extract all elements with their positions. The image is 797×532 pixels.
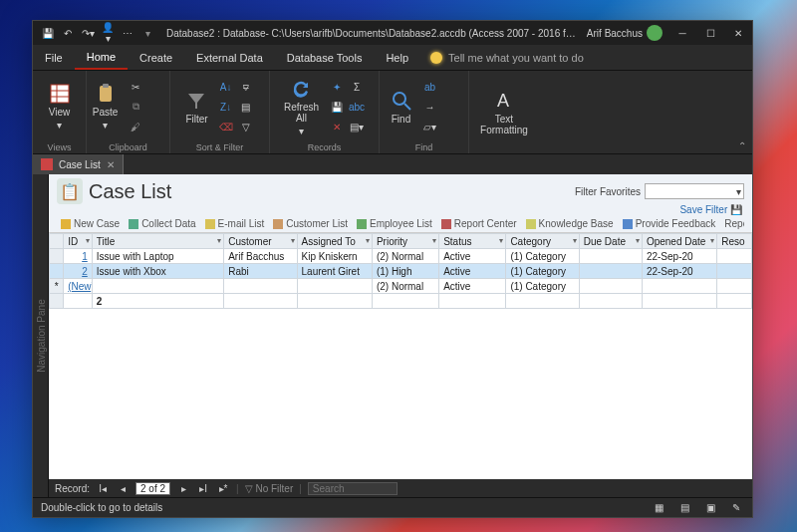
save-record-icon[interactable]: 💾 (329, 99, 345, 115)
link-new-case[interactable]: New Case (57, 217, 124, 230)
cell-id[interactable]: 1 (64, 249, 93, 264)
link-provide-feedback[interactable]: Provide Feedback (619, 217, 720, 230)
record-position[interactable]: 2 of 2 (135, 482, 170, 495)
row-selector-header[interactable] (50, 234, 64, 249)
col-opened-date[interactable]: Opened Date▾ (642, 234, 716, 249)
last-record-button[interactable]: ▸I (196, 483, 210, 494)
cell-title[interactable]: Issue with Laptop (92, 249, 223, 264)
cell-due[interactable] (579, 264, 642, 279)
copy-icon[interactable]: ⧉ (128, 99, 143, 115)
sort-desc-icon[interactable]: Z↓ (218, 99, 234, 115)
cell-category[interactable]: (1) Category (506, 264, 579, 279)
col-resolved[interactable]: Reso (717, 234, 752, 249)
tab-help[interactable]: Help (374, 45, 420, 70)
redo-icon[interactable]: ↷▾ (81, 28, 95, 39)
close-button[interactable]: ✕ (724, 21, 752, 45)
refresh-all-button[interactable]: Refresh All▾ (284, 78, 319, 136)
filter-button[interactable]: Filter (185, 90, 207, 125)
form-view-icon[interactable]: ▦ (651, 502, 666, 513)
table-row[interactable]: 1 Issue with Laptop Arif Bacchus Kip Kni… (50, 249, 752, 264)
tab-home[interactable]: Home (75, 45, 128, 70)
qat-customize-icon[interactable]: ▾ (140, 28, 154, 39)
cell-category[interactable]: (1) Category (506, 249, 579, 264)
link-reports[interactable]: Reports (720, 217, 744, 230)
object-tab-case-list[interactable]: Case List ✕ (33, 154, 124, 174)
link-report-center[interactable]: Report Center (437, 217, 521, 230)
cell-title[interactable]: Issue with Xbox (92, 264, 223, 279)
link-customer-list[interactable]: Customer List (269, 217, 352, 230)
col-title[interactable]: Title▾ (92, 234, 223, 249)
datasheet-grid[interactable]: ID▾ Title▾ Customer▾ Assigned To▾ Priori… (49, 233, 752, 479)
col-id[interactable]: ID▾ (64, 234, 93, 249)
cell-customer[interactable]: Rabi (224, 264, 297, 279)
paste-button[interactable]: Paste▾ (93, 83, 119, 131)
record-search-input[interactable] (308, 482, 398, 495)
col-priority[interactable]: Priority▾ (372, 234, 438, 249)
cell-assigned[interactable]: Laurent Giret (297, 264, 372, 279)
link-collect-data[interactable]: Collect Data (125, 217, 199, 230)
tab-file[interactable]: File (33, 45, 75, 70)
cell-due[interactable] (579, 249, 642, 264)
cell-opened[interactable]: 22-Sep-20 (642, 249, 716, 264)
link-email-list[interactable]: E-mail List (201, 217, 269, 230)
cell-status[interactable]: Active (439, 279, 506, 294)
filter-favorites-combo[interactable]: ▾ (645, 183, 744, 199)
first-record-button[interactable]: I◂ (96, 483, 110, 494)
cell-priority[interactable]: (1) High (372, 264, 438, 279)
cell-id[interactable]: 2 (64, 264, 93, 279)
table-row-new[interactable]: * (New) (2) Normal Active (1) Category (50, 279, 752, 294)
new-record-button[interactable]: ▸* (216, 483, 230, 494)
cut-icon[interactable]: ✂ (128, 79, 143, 95)
row-selector-new[interactable]: * (50, 279, 64, 294)
more-records-icon[interactable]: ▤▾ (349, 119, 365, 134)
text-formatting-button[interactable]: A Text Formatting (480, 90, 528, 135)
minimize-button[interactable]: ─ (668, 21, 696, 45)
navigation-pane-collapsed[interactable]: Navigation Pane (33, 174, 49, 497)
user-icon[interactable]: 👤▾ (101, 22, 115, 44)
format-painter-icon[interactable]: 🖌 (128, 119, 143, 134)
datasheet-view-icon[interactable]: ▤ (676, 502, 692, 513)
layout-view-icon[interactable]: ▣ (702, 502, 718, 513)
new-record-icon[interactable]: ✦ (329, 79, 345, 95)
spelling-icon[interactable]: abc (349, 99, 365, 115)
col-category[interactable]: Category▾ (506, 234, 579, 249)
save-filter-link[interactable]: Save Filter (679, 204, 727, 215)
row-selector[interactable] (50, 264, 64, 279)
selection-filter-icon[interactable]: 🜃 (238, 79, 254, 95)
cell-customer[interactable]: Arif Bacchus (224, 249, 297, 264)
account-area[interactable]: Arif Bacchus (581, 25, 668, 41)
collapse-ribbon-icon[interactable]: ⌃ (738, 140, 746, 151)
link-employee-list[interactable]: Employee List (353, 217, 436, 230)
col-due-date[interactable]: Due Date▾ (579, 234, 642, 249)
undo-icon[interactable]: ↶ (61, 28, 75, 39)
next-record-button[interactable]: ▸ (176, 483, 190, 494)
col-status[interactable]: Status▾ (439, 234, 506, 249)
select-icon[interactable]: ▱▾ (422, 119, 438, 134)
filter-indicator[interactable]: ▽ No Filter (245, 483, 294, 494)
qat-more-icon[interactable]: ⋯ (121, 28, 134, 39)
close-tab-icon[interactable]: ✕ (107, 159, 115, 170)
cell-id-new[interactable]: (New) (64, 279, 93, 294)
design-view-icon[interactable]: ✎ (728, 502, 744, 513)
cell-assigned[interactable]: Kip Kniskern (297, 249, 372, 264)
save-icon[interactable]: 💾 (41, 28, 55, 39)
link-knowledge-base[interactable]: Knowledge Base (522, 217, 618, 230)
advanced-filter-icon[interactable]: ▤ (238, 99, 254, 115)
delete-record-icon[interactable]: ✕ (329, 119, 345, 134)
cell-status[interactable]: Active (439, 264, 506, 279)
table-row-selected[interactable]: 2 Issue with Xbox Rabi Laurent Giret (1)… (50, 264, 752, 279)
totals-icon[interactable]: Σ (349, 79, 365, 95)
view-button[interactable]: View▾ (49, 83, 71, 131)
tab-external-data[interactable]: External Data (184, 45, 275, 70)
tab-database-tools[interactable]: Database Tools (275, 45, 375, 70)
cell-status[interactable]: Active (439, 249, 506, 264)
cell-category[interactable]: (1) Category (506, 279, 579, 294)
cell-priority[interactable]: (2) Normal (372, 249, 438, 264)
tell-me[interactable]: Tell me what you want to do (420, 45, 594, 70)
cell-opened[interactable]: 22-Sep-20 (642, 264, 716, 279)
replace-icon[interactable]: ab (422, 79, 438, 95)
toggle-filter-icon[interactable]: ▽ (238, 119, 254, 134)
find-button[interactable]: Find (391, 90, 412, 125)
sort-asc-icon[interactable]: A↓ (218, 79, 234, 95)
prev-record-button[interactable]: ◂ (116, 483, 130, 494)
